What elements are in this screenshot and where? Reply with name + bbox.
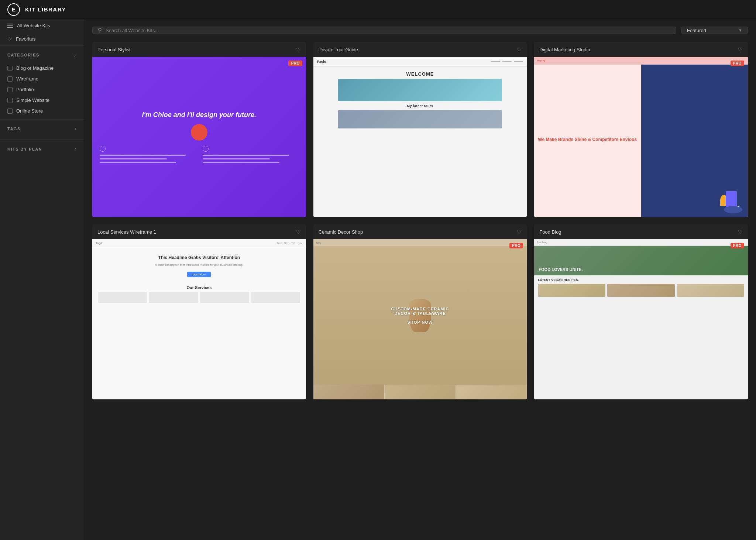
category-portfolio-label: Portfolio: [16, 87, 34, 92]
kits-by-plan-header[interactable]: KITS BY PLAN ›: [7, 147, 76, 152]
app-logo: E: [7, 3, 20, 16]
categories-chevron-down-icon: ⌄: [73, 52, 76, 58]
kits-by-plan-section: KITS BY PLAN ›: [0, 140, 84, 160]
favorite-heart-icon-personal-stylist[interactable]: ♡: [296, 47, 301, 52]
preview-hero-text-fb: FOOD LOVERS UNITE.: [539, 267, 583, 272]
favorite-heart-icon-tour-guide[interactable]: ♡: [517, 47, 522, 52]
pro-badge-ceramic: PRO: [509, 243, 523, 248]
tags-section: TAGS ›: [0, 119, 84, 140]
kit-title-personal-stylist: Personal Stylist: [97, 47, 131, 52]
category-portfolio[interactable]: Portfolio: [7, 84, 76, 95]
kit-preview-digital-marketing: PRO We Ni We Make Brands Shine & Competi…: [534, 57, 748, 217]
kit-card-header: Private Tour Guide ♡: [313, 42, 527, 57]
pro-badge-personal-stylist: PRO: [288, 61, 302, 66]
kit-card-header: Digital Marketing Studio ♡: [534, 42, 748, 57]
sort-chevron-down-icon: ▼: [738, 28, 742, 32]
category-portfolio-checkbox[interactable]: [7, 87, 13, 92]
categories-header[interactable]: CATEGORIES ⌄: [7, 52, 76, 58]
preview-nav: [491, 61, 523, 62]
preview-section-title-fb: LATEST VEGAN RECIPES.: [538, 278, 744, 282]
preview-logo-wf: logo: [96, 241, 102, 245]
preview-headline-dm: We Make Brands Shine & Competitors Envio…: [538, 137, 637, 143]
kit-card-header: Food Blog ♡: [534, 224, 748, 239]
kit-card-digital-marketing[interactable]: Digital Marketing Studio ♡ PRO We Ni We …: [534, 42, 748, 217]
kit-card-ceramic[interactable]: Ceramic Decor Shop ♡ PRO logo CUSTOM-MAD…: [313, 224, 527, 399]
preview-grid-fb: [538, 284, 744, 297]
kits-by-plan-chevron-right-icon: ›: [75, 147, 76, 152]
favorites-label: Favorites: [16, 36, 35, 42]
category-wireframe[interactable]: Wireframe: [7, 73, 76, 84]
search-bar[interactable]: ⚲: [92, 27, 676, 34]
category-blog-magazine[interactable]: Blog or Magazine: [7, 63, 76, 73]
kit-preview-tour-guide: Paolo WELCOME My latest tours: [313, 57, 527, 217]
categories-section: CATEGORIES ⌄ Blog or Magazine Wireframe …: [0, 46, 84, 119]
preview-text: I'm Chloe and I'll design your future.: [142, 111, 257, 119]
category-online-store[interactable]: Online Store: [7, 106, 76, 116]
kit-card-tour-guide[interactable]: Private Tour Guide ♡ Paolo WELCOME: [313, 42, 527, 217]
sort-dropdown[interactable]: Featured ▼: [681, 27, 748, 34]
tags-title: TAGS: [7, 127, 21, 131]
kit-grid: Personal Stylist ♡ PRO I'm Chloe and I'l…: [92, 42, 748, 399]
sidebar-favorites[interactable]: ♡ Favorites: [0, 32, 84, 46]
heart-icon: ♡: [7, 36, 12, 42]
preview-btn-wf: Learn More: [187, 272, 211, 277]
topbar: E KIT LIBRARY: [0, 0, 756, 19]
all-kits-label: All Website Kits: [17, 23, 50, 28]
search-icon: ⚲: [98, 27, 102, 34]
kit-card-header: Personal Stylist ♡: [92, 42, 306, 57]
preview-logo-dm: We Ni: [537, 59, 545, 62]
preview-headline-wf: This Headline Grabs Visitors' Attention: [98, 255, 300, 261]
kit-preview-wireframe: logo NavNavNavNav This Headline Grabs Vi…: [92, 239, 306, 399]
pro-badge-food-blog: PRO: [731, 243, 744, 248]
kits-by-plan-title: KITS BY PLAN: [7, 147, 42, 151]
category-simple-label: Simple Website: [16, 97, 49, 103]
category-simple-checkbox[interactable]: [7, 98, 13, 103]
tags-header[interactable]: TAGS ›: [7, 126, 76, 131]
preview-nav-wf: NavNavNavNav: [277, 242, 302, 244]
category-wireframe-label: Wireframe: [16, 76, 38, 82]
favorite-heart-icon-food-blog[interactable]: ♡: [738, 229, 743, 235]
preview-services-title: Our Services: [98, 285, 300, 290]
kit-title-ceramic: Ceramic Decor Shop: [319, 229, 363, 235]
sidebar: All Website Kits ♡ Favorites CATEGORIES …: [0, 19, 84, 540]
favorite-heart-icon-wireframe[interactable]: ♡: [296, 229, 301, 235]
main-layout: All Website Kits ♡ Favorites CATEGORIES …: [0, 19, 756, 540]
categories-title: CATEGORIES: [7, 53, 39, 57]
kit-title-food-blog: Food Blog: [539, 229, 561, 235]
kit-card-header: Local Services Wireframe 1 ♡: [92, 224, 306, 239]
kit-preview-food-blog: PRO foodblog FOOD LOVERS UNITE. LATEST V…: [534, 239, 748, 399]
category-store-checkbox[interactable]: [7, 109, 13, 114]
logo-letter: E: [12, 6, 16, 13]
preview-avatar: [191, 124, 207, 141]
kit-preview-personal-stylist: PRO I'm Chloe and I'll design your futur…: [92, 57, 306, 217]
search-input[interactable]: [106, 28, 671, 33]
category-blog-checkbox[interactable]: [7, 66, 13, 71]
hamburger-icon: [7, 24, 13, 28]
preview-tours: My latest tours: [407, 104, 433, 108]
kit-card-wireframe[interactable]: Local Services Wireframe 1 ♡ logo NavNav…: [92, 224, 306, 399]
preview-text-cer: CUSTOM-MADE CERAMICDECOR & TABLEWARESHOP…: [391, 307, 449, 324]
kit-title-digital-marketing: Digital Marketing Studio: [539, 47, 590, 52]
sort-label: Featured: [687, 28, 735, 33]
preview-sub-wf: A short description that introduces visi…: [98, 263, 300, 266]
sidebar-all-kits[interactable]: All Website Kits: [0, 19, 84, 32]
preview-welcome: WELCOME: [406, 71, 434, 77]
favorite-heart-icon-ceramic[interactable]: ♡: [517, 229, 522, 235]
tags-chevron-right-icon: ›: [75, 126, 76, 131]
category-store-label: Online Store: [16, 108, 43, 114]
preview-logo-fb: foodblog: [537, 241, 547, 244]
preview-logo-cer: logo: [316, 241, 321, 244]
preview-logo: Paolo: [317, 60, 326, 63]
kit-title-wireframe: Local Services Wireframe 1: [97, 229, 156, 235]
kit-preview-ceramic: PRO logo CUSTOM-MADE CERAMICDECOR & TABL…: [313, 239, 527, 399]
content-toolbar: ⚲ Featured ▼: [92, 27, 748, 34]
kit-card-food-blog[interactable]: Food Blog ♡ PRO foodblog FOOD LOVERS UNI…: [534, 224, 748, 399]
app-title: KIT LIBRARY: [25, 6, 66, 13]
category-wireframe-checkbox[interactable]: [7, 76, 13, 82]
preview-services-grid: [98, 292, 300, 303]
kit-card-header: Ceramic Decor Shop ♡: [313, 224, 527, 239]
kit-card-personal-stylist[interactable]: Personal Stylist ♡ PRO I'm Chloe and I'l…: [92, 42, 306, 217]
favorite-heart-icon-digital-marketing[interactable]: ♡: [738, 47, 743, 52]
category-simple-website[interactable]: Simple Website: [7, 95, 76, 106]
kit-title-tour-guide: Private Tour Guide: [319, 47, 358, 52]
